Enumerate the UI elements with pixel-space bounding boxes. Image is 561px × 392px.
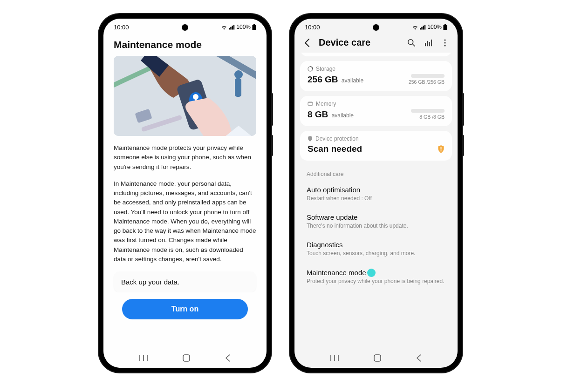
memory-suffix: available [332,112,354,119]
back-icon[interactable] [225,354,231,362]
memory-block[interactable]: Memory 8 GB available 8 GB /8 GB [300,96,452,126]
shield-warning-icon [437,145,445,153]
protection-block[interactable]: Device protection Scan needed [300,131,452,161]
recents-icon[interactable] [139,355,148,361]
item-title: Software update [307,213,445,221]
shield-icon [308,136,313,142]
back-icon[interactable] [302,39,312,47]
wifi-icon [412,25,418,30]
storage-side: 256 GB /256 GB [409,79,445,85]
item-sub: There's no information about this update… [307,222,445,230]
highlight-marker [367,269,376,277]
svg-point-18 [440,150,441,151]
search-icon[interactable] [406,39,417,47]
camera-cutout [182,24,188,31]
storage-suffix: available [342,77,363,84]
storage-bar [411,74,445,78]
back-icon[interactable] [416,354,422,362]
storage-value: 256 GB [308,74,338,84]
more-icon[interactable] [440,39,450,47]
storage-icon [308,66,313,72]
item-software-update[interactable]: Software update There's no information a… [294,208,458,235]
memory-label: Memory [316,101,336,107]
chart-icon[interactable] [423,39,433,47]
svg-rect-4 [235,78,241,97]
status-icons: 100% [221,24,256,30]
protection-label: Device protection [315,135,359,142]
battery-text: 100% [427,24,442,30]
signal-icon [420,25,426,30]
scroll-area[interactable]: Storage 256 GB available 256 GB /256 GB [294,53,458,348]
svg-point-14 [444,45,445,46]
backup-row[interactable]: Back up your data. [114,271,256,292]
home-icon[interactable] [374,354,381,362]
page-title: Device care [319,37,400,48]
paragraph-2: In Maintenance mode, your personal data,… [114,179,256,264]
svg-rect-10 [183,355,190,361]
status-time: 10:00 [305,24,320,31]
svg-rect-17 [440,147,441,149]
camera-cutout [373,24,379,31]
wifi-icon [221,25,227,30]
item-maintenance-mode[interactable]: Maintenance mode Protect your privacy wh… [294,263,458,291]
item-title: Auto optimisation [307,186,445,194]
item-sub: Touch screen, sensors, charging, and mor… [307,250,445,257]
item-title: Maintenance mode [307,269,445,277]
memory-value: 8 GB [308,109,328,119]
svg-rect-16 [308,102,313,105]
battery-icon [443,24,447,30]
backup-label: Back up your data. [121,278,179,286]
turn-on-button[interactable]: Turn on [122,299,248,319]
stat-block-partial[interactable] [300,53,452,56]
svg-point-12 [444,39,445,41]
memory-icon [308,101,313,106]
battery-icon [252,24,256,30]
svg-point-13 [444,42,445,43]
svg-point-3 [234,70,243,79]
memory-bar [411,109,445,113]
storage-label: Storage [316,66,335,72]
illustration [114,56,256,136]
battery-text: 100% [236,24,251,30]
signal-icon [229,25,235,30]
item-auto-optimisation[interactable]: Auto optimisation Restart when needed : … [294,180,458,208]
item-diagnostics[interactable]: Diagnostics Touch screen, sensors, charg… [294,235,458,263]
protection-value: Scan needed [308,144,362,154]
status-icons: 100% [412,24,447,30]
page-title: Maintenance mode [103,35,267,56]
svg-point-11 [408,39,413,44]
home-icon[interactable] [183,354,190,362]
item-sub: Restart when needed : Off [307,195,445,202]
storage-block[interactable]: Storage 256 GB available 256 GB /256 GB [300,61,452,91]
screen-maintenance-mode: 10:00 100% Maintenance mode [103,19,267,368]
phone-right: 10:00 100% Device care [290,14,462,372]
status-time: 10:00 [114,24,129,31]
nav-bar [294,348,458,368]
screen-device-care: 10:00 100% Device care [294,19,458,368]
item-title: Diagnostics [307,241,445,249]
memory-side: 8 GB /8 GB [419,114,445,120]
nav-bar [103,348,267,368]
svg-rect-19 [374,355,381,361]
phone-left: 10:00 100% Maintenance mode [99,14,271,372]
paragraph-1: Maintenance mode protects your privacy w… [114,143,256,172]
scroll-area[interactable]: Maintenance mode protects your privacy w… [103,56,267,292]
recents-icon[interactable] [330,355,339,361]
item-sub: Protect your privacy while your phone is… [307,277,445,285]
section-additional-care: Additional care [294,165,458,180]
header: Device care [294,35,458,53]
